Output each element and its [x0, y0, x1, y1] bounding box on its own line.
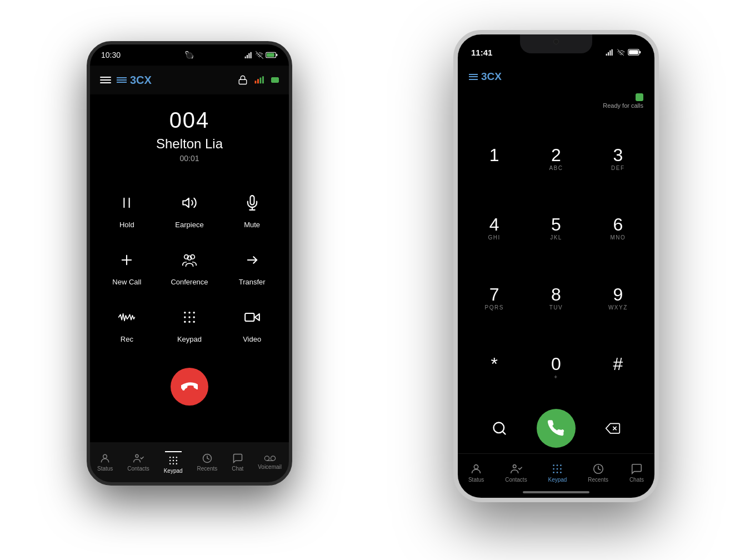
- rec-button[interactable]: Rec: [96, 294, 158, 351]
- svg-rect-5: [257, 79, 259, 83]
- nav-keypad-label: Keypad: [164, 468, 183, 474]
- iphone-nav-recents[interactable]: Recents: [583, 459, 613, 486]
- ready-area: Ready for calls: [458, 91, 654, 113]
- android-controls-grid: Hold Earpiece Mute: [90, 179, 289, 351]
- dial-key-9[interactable]: 9 WXYZ: [587, 264, 649, 334]
- dial-key-star[interactable]: *: [463, 334, 525, 404]
- svg-point-28: [103, 454, 107, 458]
- svg-point-41: [271, 456, 275, 461]
- android-header: 3CX: [90, 66, 289, 94]
- nav-keypad[interactable]: Keypad: [159, 448, 187, 477]
- svg-rect-3: [239, 79, 247, 84]
- svg-rect-2: [267, 53, 274, 57]
- ready-text: Ready for calls: [603, 102, 643, 109]
- iphone-status-icons: [606, 46, 641, 56]
- iphone-dialpad-body: 1 2 ABC 3 DEF 4 GHI 5 JKL: [458, 113, 654, 453]
- earpiece-button[interactable]: Earpiece: [158, 179, 221, 237]
- nav-chat[interactable]: Chat: [227, 449, 248, 475]
- android-phone: 10:30: [87, 41, 292, 486]
- dial-key-hash[interactable]: #: [587, 334, 649, 404]
- dial-key-8[interactable]: 8 TUV: [525, 264, 587, 334]
- iphone-nav-contacts[interactable]: Contacts: [501, 459, 531, 486]
- nav-status[interactable]: Status: [93, 449, 117, 475]
- mute-label: Mute: [244, 221, 260, 229]
- mute-button[interactable]: Mute: [221, 179, 283, 237]
- android-camera: [186, 52, 193, 59]
- search-button[interactable]: [486, 415, 513, 442]
- svg-point-57: [561, 468, 562, 470]
- iphone-nav-status[interactable]: Status: [464, 459, 488, 486]
- svg-point-38: [176, 463, 177, 464]
- dial-key-0[interactable]: 0 +: [525, 334, 587, 404]
- signal-icon: [254, 75, 264, 85]
- iphone-nav-keypad-label: Keypad: [548, 477, 567, 483]
- video-button[interactable]: Video: [221, 294, 283, 351]
- android-bottom-nav: Status Contacts Keypad Recents: [90, 442, 289, 482]
- svg-point-30: [169, 456, 171, 458]
- dial-key-1[interactable]: 1: [463, 124, 525, 194]
- keypad-button[interactable]: Keypad: [158, 294, 221, 351]
- plus-icon: [114, 248, 139, 272]
- svg-point-58: [553, 472, 555, 473]
- nav-recents[interactable]: Recents: [193, 449, 222, 475]
- svg-point-59: [557, 472, 558, 473]
- call-button[interactable]: [537, 409, 576, 448]
- menu-icon[interactable]: [100, 77, 111, 83]
- lock-icon: [238, 75, 248, 85]
- iphone-nav-keypad[interactable]: Keypad: [544, 459, 572, 486]
- iphone-app-name: 3CX: [481, 71, 502, 83]
- conference-icon: [177, 248, 202, 272]
- svg-point-56: [557, 468, 558, 470]
- battery-icon: [271, 77, 279, 83]
- conference-button[interactable]: Conference: [158, 237, 221, 294]
- new-call-button[interactable]: New Call: [96, 237, 158, 294]
- svg-point-40: [264, 456, 269, 461]
- svg-point-26: [193, 321, 195, 323]
- svg-point-55: [553, 468, 555, 470]
- iphone-nav-status-label: Status: [468, 477, 484, 483]
- end-call-button[interactable]: [171, 368, 208, 406]
- svg-rect-6: [260, 78, 262, 84]
- iphone-nav-chats[interactable]: Chats: [625, 459, 648, 486]
- dial-key-6[interactable]: 6 MNO: [587, 194, 649, 264]
- hold-label: Hold: [119, 221, 134, 229]
- new-call-label: New Call: [112, 278, 141, 286]
- nav-status-label: Status: [97, 466, 113, 472]
- svg-point-23: [193, 316, 195, 318]
- dial-key-5[interactable]: 5 JKL: [525, 194, 587, 264]
- android-time: 10:30: [101, 51, 121, 59]
- transfer-label: Transfer: [239, 278, 266, 286]
- earpiece-label: Earpiece: [175, 221, 203, 229]
- nav-voicemail-label: Voicemail: [258, 464, 282, 470]
- nav-chat-label: Chat: [232, 466, 243, 472]
- nav-voicemail[interactable]: Voicemail: [253, 451, 286, 473]
- svg-point-33: [169, 459, 171, 461]
- backspace-button[interactable]: [599, 415, 626, 442]
- video-label: Video: [243, 335, 261, 343]
- keypad-label: Keypad: [177, 335, 202, 343]
- svg-rect-1: [276, 54, 277, 56]
- android-header-right: [238, 75, 279, 85]
- svg-point-18: [184, 312, 186, 314]
- dial-key-2[interactable]: 2 ABC: [525, 124, 587, 194]
- hold-button[interactable]: Hold: [96, 179, 158, 237]
- dial-key-7[interactable]: 7 PQRS: [463, 264, 525, 334]
- svg-marker-10: [183, 198, 189, 207]
- dial-key-3[interactable]: 3 DEF: [587, 124, 649, 194]
- svg-point-50: [474, 465, 478, 469]
- svg-point-52: [553, 464, 555, 466]
- svg-point-19: [188, 312, 191, 314]
- nav-contacts-label: Contacts: [127, 466, 149, 472]
- svg-point-53: [557, 464, 558, 466]
- nav-recents-label: Recents: [197, 466, 218, 472]
- transfer-icon: [240, 248, 264, 272]
- svg-point-54: [561, 464, 562, 466]
- iphone-phone: 11:41 3CX: [453, 30, 659, 502]
- transfer-button[interactable]: Transfer: [221, 237, 283, 294]
- dial-key-4[interactable]: 4 GHI: [463, 194, 525, 264]
- svg-rect-7: [262, 76, 264, 83]
- android-app-name: 3CX: [130, 74, 152, 87]
- iphone-notch: [520, 34, 592, 53]
- svg-point-21: [184, 316, 186, 318]
- nav-contacts[interactable]: Contacts: [123, 449, 153, 475]
